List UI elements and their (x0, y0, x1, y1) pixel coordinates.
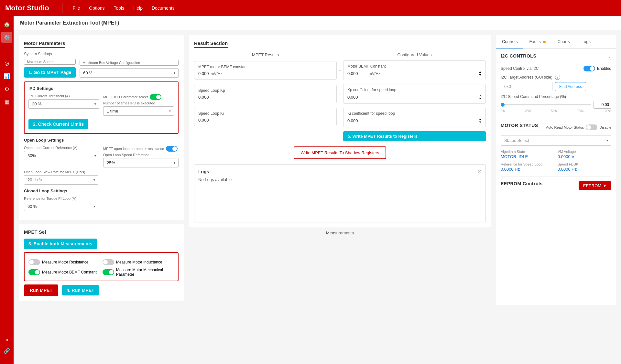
result-ki-left-label: Speed Loop Ki (198, 111, 332, 116)
i2c-collapse-icon[interactable]: ∧ (608, 56, 611, 60)
open-loop-param-toggle[interactable] (166, 146, 178, 152)
algorithm-state-item: Algorithm State MOTOR_IDLE (501, 150, 554, 159)
kp-spinner[interactable]: ▲ ▼ (479, 94, 482, 100)
result-bemf-right-input[interactable]: 0.000 (347, 71, 367, 76)
open-loop-current-select[interactable]: 30% (24, 151, 99, 160)
find-address-button[interactable]: Find Address (555, 82, 586, 91)
torque-ref-select[interactable]: 60 % (24, 202, 98, 211)
sidebar-icon-globe[interactable]: ⚙️ (1, 32, 12, 43)
ipd-threshold-label: IPD Current Threshold (A) (28, 94, 99, 98)
slew-rate-select[interactable]: 20 Hz/s (24, 175, 98, 185)
menu-help[interactable]: Help (129, 4, 147, 13)
ipd-settings-box: IPD Settings IPD Current Threshold (A) 2… (24, 81, 179, 134)
menu-documents[interactable]: Documents (148, 4, 179, 13)
i2c-address-label-row: I2C Target Address (GUI side) i (501, 75, 611, 80)
run-mpet-button[interactable]: Run MPET (24, 284, 58, 296)
tab-logs[interactable]: Logs (576, 35, 596, 48)
speed-ref-select[interactable]: 25% (103, 158, 179, 167)
result-bemf-right: Motor BEMF Constant 0.000 mV/Hz ▲ ▼ (343, 60, 486, 80)
open-loop-current-ref: Open Loop Current Reference (A) 30% (24, 146, 99, 167)
sidebar-icon-expand[interactable]: » (1, 334, 12, 345)
measure-bemf-toggle[interactable] (28, 269, 40, 275)
result-ki-left-value-row: 0.000 (198, 118, 332, 123)
i2c-title: I2C CONTROLS (501, 53, 536, 59)
ipd-param-toggle[interactable] (150, 94, 161, 100)
write-results-button[interactable]: Write MPET Results To Shadow Registers (294, 146, 387, 159)
measure-inductance-label: Measure Motor Inductance (116, 260, 162, 264)
measure-mechanical-row: Measure Motor Mechanical Parameter (103, 268, 174, 277)
ki-spinner[interactable]: ▲ ▼ (479, 118, 482, 124)
tab-faults[interactable]: Faults (523, 35, 551, 48)
measure-inductance-toggle[interactable] (103, 259, 114, 265)
result-ki-right-value-row: 0.000 ▲ ▼ (347, 118, 482, 124)
measure-resistance-row: Measure Motor Resistance (28, 259, 100, 265)
i2c-address-input[interactable]: 0x0 (501, 82, 552, 91)
mpet-section-outer: MPET Sel 3. Enable both Measurements Mea… (19, 224, 184, 301)
menu-file[interactable]: File (69, 4, 84, 13)
speed-control-toggle[interactable] (583, 66, 595, 71)
tab-charts[interactable]: Charts (551, 35, 575, 48)
sidebar-icon-sliders[interactable]: ≡ (1, 45, 12, 56)
ipd-threshold-select[interactable]: 20 % (28, 99, 99, 109)
auto-read-row: Auto Read Motor Status Disable (546, 124, 611, 130)
open-loop-section: Open Loop Settings Open Loop Current Ref… (24, 138, 179, 185)
disable-label: Disable (599, 125, 611, 129)
faults-badge (543, 41, 546, 43)
sidebar-icon-home[interactable]: 🏠 (1, 19, 12, 30)
open-loop-param: MPET open loop parameter resistance Open… (103, 146, 179, 167)
max-voltage-select[interactable]: 60 V (80, 68, 179, 78)
page-title-bar: Motor Parameter Extraction Tool (MPET) (14, 16, 621, 30)
i2c-address-label: I2C Target Address (GUI side) (501, 75, 552, 80)
speed-fdbk-value: 0.0000 Hz (558, 167, 611, 172)
times-executed-select[interactable]: 1 time (103, 106, 174, 116)
speed-fdbk-label: Speed FDBK (558, 162, 611, 166)
vm-voltage-item: VM Voltage 0.0000 V (558, 150, 611, 159)
auto-read-toggle[interactable] (586, 124, 597, 130)
measure-resistance-toggle[interactable] (28, 259, 40, 265)
sidebar-icon-link[interactable]: 🔗 (1, 345, 12, 356)
status-select[interactable]: Status Select (501, 135, 611, 146)
i2c-speed-slider[interactable] (501, 104, 591, 105)
result-row-2: Speed Loop Kp 0.000 → Kp coefficient for… (194, 84, 486, 104)
step4-box[interactable]: 4. Run MPET (62, 285, 99, 295)
measure-mechanical-toggle[interactable] (103, 269, 114, 275)
header-divider (62, 3, 62, 13)
algorithm-state-label: Algorithm State (501, 150, 554, 154)
tab-controls[interactable]: Controls (496, 35, 523, 48)
torque-ref-label: Reference for Torque PI Loop (A) (24, 197, 179, 200)
result-kp-right-value-row: 0.000 ▲ ▼ (347, 94, 482, 100)
step5-box[interactable]: 5. Write MPET Results to Registers (343, 131, 486, 141)
open-loop-param-row: MPET open loop parameter resistance (103, 146, 179, 152)
step2-box[interactable]: 2. Check Current Limits (28, 119, 88, 129)
result-ki-right-input[interactable]: 0.000 (347, 118, 367, 123)
ipd-two-col: IPD Current Threshold (A) 20 % MPET IPD … (28, 94, 174, 116)
right-panel: Controls Faults Charts Logs I2C CONTROLS… (496, 35, 616, 305)
result-kp-right-input[interactable]: 0.000 (347, 95, 367, 100)
content-area: Motor Parameters System Settings Maximum… (14, 30, 621, 310)
i2c-info-icon[interactable]: i (555, 75, 560, 80)
eeprom-button[interactable]: EEPROM ▼ (579, 181, 611, 190)
step3-box[interactable]: 3. Enable both Measurements (24, 239, 97, 249)
result-arrow-2: → (337, 91, 343, 96)
measurements-footer: Measurements (189, 228, 491, 238)
menu-tools[interactable]: Tools (110, 4, 128, 13)
result-ki-right-wrapper: Ki coefficient for speed loop 0.000 ▲ ▼ (343, 108, 486, 141)
sidebar-icon-grid[interactable]: ▦ (1, 96, 12, 107)
app-title: Motor Studio (5, 4, 49, 12)
sidebar-icon-mpet[interactable]: ◎ (1, 58, 12, 69)
sidebar-icon-cog[interactable]: ⚙ (1, 83, 12, 94)
sidebar-icon-chart[interactable]: 📊 (1, 70, 12, 81)
eeprom-title: EEPROM Controls (501, 181, 543, 186)
i2c-speed-value[interactable]: 0.00 (594, 101, 611, 109)
logs-clear-icon[interactable]: ⊘ (477, 168, 482, 175)
bemf-spinner[interactable]: ▲ ▼ (479, 70, 482, 77)
app-body: 🏠 ⚙️ ≡ ◎ 📊 ⚙ ▦ » 🔗 Motor Parameter Extra… (0, 16, 621, 364)
step1-box[interactable]: 1. Go to MPET Page (24, 67, 76, 78)
menu-options[interactable]: Options (85, 4, 108, 13)
speed-fdbk-item: Speed FDBK 0.0000 Hz (558, 162, 611, 172)
page-title: Motor Parameter Extraction Tool (MPET) (20, 20, 119, 26)
ref-speed-label: Reference for Speed Loop (501, 162, 554, 166)
i2c-section: I2C CONTROLS ∧ Speed Control via I2C Ena… (501, 53, 611, 113)
system-settings: System Settings Maximum Speed 1. Go to M… (24, 52, 179, 78)
main-menu: File Options Tools Help Documents (69, 4, 179, 13)
